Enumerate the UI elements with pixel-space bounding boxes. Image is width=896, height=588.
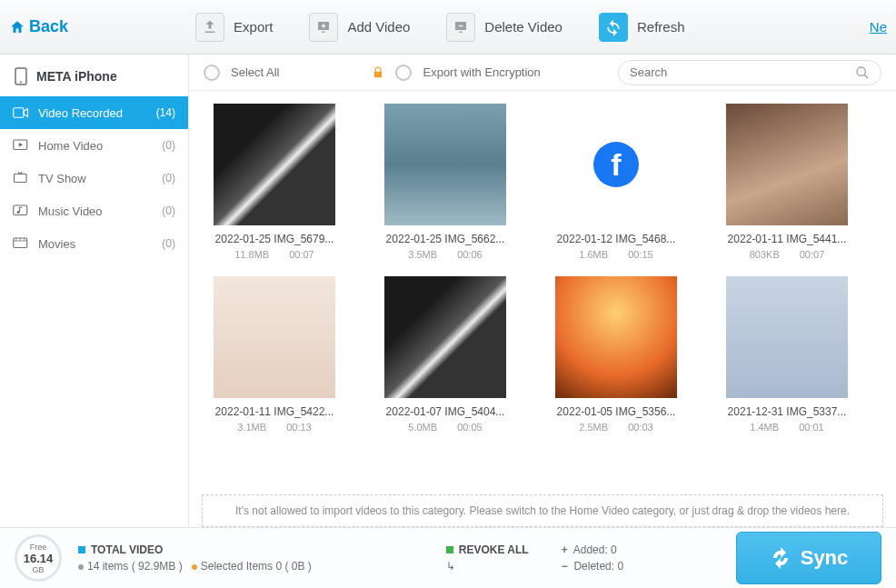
video-duration: 00:15 (628, 249, 653, 260)
video-size: 1.6MB (579, 249, 608, 260)
video-size: 2.5MB (579, 422, 608, 433)
video-card[interactable]: 2022-01-11 IMG_5441... 803KB00:07 (714, 104, 860, 260)
topbar: Back Export Add Video Delete Video Refre… (0, 0, 896, 55)
sidebar-item-count: (0) (162, 204, 175, 217)
free-unit: GB (32, 565, 44, 574)
items-line: 14 items ( 92.9MB ) (87, 560, 183, 573)
sidebar-item-label: TV Show (38, 172, 86, 185)
home-video-icon (13, 138, 29, 153)
video-card[interactable]: 2022-01-25 IMG_5679... 11.8MB00:07 (202, 104, 347, 260)
top-link[interactable]: Ne (870, 19, 887, 35)
export-label: Export (234, 19, 273, 35)
video-size: 3.1MB (237, 422, 266, 433)
free-size: 16.14 (24, 552, 54, 565)
bullet-icon (78, 564, 84, 570)
search-input[interactable] (630, 65, 855, 79)
video-name: 2022-01-05 IMG_5356... (543, 405, 689, 418)
total-video-label: TOTAL VIDEO (91, 543, 163, 556)
video-card[interactable]: 2022-01-07 IMG_5404... 5.0MB00:05 (373, 276, 518, 433)
revoke-label: REVOKE ALL (459, 543, 529, 556)
sidebar-item-music-video[interactable]: Music Video (0) (0, 194, 188, 227)
sync-button[interactable]: Sync (736, 532, 881, 584)
sidebar-item-label: Home Video (38, 139, 103, 153)
sidebar-item-label: Movies (38, 237, 75, 251)
video-card[interactable]: 2022-01-12 IMG_5468... 1.6MB00:15 (543, 104, 689, 260)
delete-video-icon (446, 13, 475, 42)
sidebar-item-count: (14) (156, 106, 175, 119)
sidebar-item-video-recorded[interactable]: Video Recorded (14) (0, 96, 188, 129)
total-video-block: TOTAL VIDEO 14 items ( 92.9MB ) Selected… (78, 543, 312, 573)
video-size: 11.8MB (234, 249, 269, 260)
video-name: 2022-01-12 IMG_5468... (543, 233, 689, 245)
selected-line: Selected Items 0 ( 0B ) (201, 560, 312, 573)
search-input-wrap[interactable] (618, 60, 881, 85)
added-deleted-block: + Added: 0 − Deleted: 0 (562, 542, 623, 574)
export-button[interactable]: Export (195, 13, 273, 42)
video-size: 3.5MB (408, 249, 437, 260)
video-duration: 00:03 (628, 422, 653, 433)
movies-icon (13, 236, 29, 251)
encryption-checkbox[interactable] (395, 65, 412, 81)
sidebar-item-count: (0) (162, 139, 175, 152)
refresh-button[interactable]: Refresh (599, 13, 685, 42)
svg-point-8 (857, 67, 865, 75)
svg-rect-2 (14, 108, 24, 118)
video-name: 2022-01-25 IMG_5662... (373, 233, 518, 245)
sidebar-item-movies[interactable]: Movies (0) (0, 227, 188, 260)
video-card[interactable]: 2022-01-11 IMG_5422... 3.1MB00:13 (202, 276, 347, 433)
encryption-label: Export with Encryption (423, 65, 540, 79)
deleted-label: Deleted: 0 (573, 560, 623, 573)
video-name: 2021-12-31 IMG_5337... (714, 405, 860, 418)
video-duration: 00:07 (289, 249, 314, 260)
video-duration: 00:06 (457, 249, 483, 260)
revoke-block: REVOKE ALL ↳ (446, 543, 529, 573)
back-label: Back (29, 17, 68, 36)
sidebar-item-label: Music Video (38, 204, 103, 218)
video-duration: 00:05 (457, 422, 483, 433)
video-card[interactable]: 2021-12-31 IMG_5337... 1.4MB00:01 (714, 276, 860, 433)
sync-icon (770, 547, 791, 569)
select-all-checkbox[interactable] (204, 65, 220, 81)
phone-icon (15, 67, 27, 85)
video-size: 5.0MB (408, 422, 437, 433)
sidebar-item-home-video[interactable]: Home Video (0) (0, 129, 188, 162)
sidebar-item-label: Video Recorded (38, 106, 123, 120)
added-label: Added: 0 (573, 543, 617, 556)
total-square-icon (78, 546, 85, 553)
export-icon (195, 13, 224, 42)
refresh-label: Refresh (637, 19, 685, 35)
tv-icon (13, 171, 29, 185)
sidebar-item-count: (0) (162, 237, 175, 250)
refresh-icon (599, 13, 628, 42)
device-name: META iPhone (36, 69, 117, 84)
home-icon (9, 19, 25, 35)
svg-point-1 (20, 82, 22, 84)
disk-free-gauge: Free 16.14 GB (15, 534, 62, 582)
revoke-arrow-icon: ↳ (446, 560, 455, 573)
main-panel: Select All Export with Encryption 2022-0… (189, 55, 896, 527)
delete-video-button[interactable]: Delete Video (446, 13, 562, 42)
sync-label: Sync (801, 546, 849, 570)
video-icon (13, 105, 29, 120)
back-button[interactable]: Back (9, 17, 68, 36)
sidebar: META iPhone Video Recorded (14) Home Vid… (0, 55, 189, 527)
video-size: 1.4MB (750, 422, 779, 433)
video-name: 2022-01-25 IMG_5679... (202, 233, 347, 245)
device-header: META iPhone (0, 55, 188, 96)
video-card[interactable]: 2022-01-05 IMG_5356... 2.5MB00:03 (543, 276, 689, 433)
bullet-icon (192, 564, 197, 570)
add-video-label: Add Video (347, 19, 410, 35)
select-all-label: Select All (231, 65, 279, 79)
add-video-button[interactable]: Add Video (309, 13, 410, 42)
search-icon (855, 65, 870, 80)
add-video-icon (309, 13, 338, 42)
video-card[interactable]: 2022-01-25 IMG_5662... 3.5MB00:06 (373, 104, 518, 260)
video-name: 2022-01-07 IMG_5404... (373, 405, 518, 418)
revoke-square-icon (446, 546, 453, 553)
video-duration: 00:07 (800, 249, 825, 260)
video-size: 803KB (750, 249, 780, 260)
sidebar-item-tv-show[interactable]: TV Show (0) (0, 162, 188, 194)
video-grid: 2022-01-25 IMG_5679... 11.8MB00:07 2022-… (189, 91, 896, 487)
lock-icon (372, 66, 384, 79)
delete-video-label: Delete Video (484, 19, 562, 35)
